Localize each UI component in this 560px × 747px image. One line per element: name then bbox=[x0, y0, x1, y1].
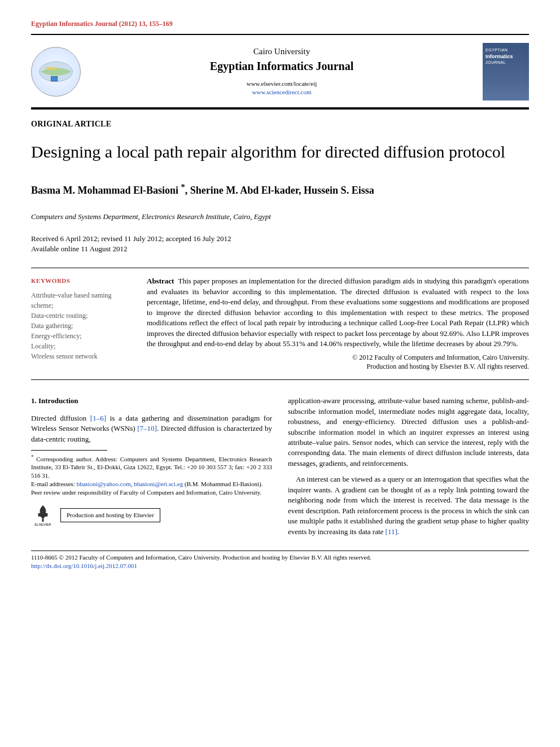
article-dates: Received 6 April 2012; revised 11 July 2… bbox=[31, 234, 529, 254]
copyright-line-1: © 2012 Faculty of Computers and Informat… bbox=[147, 353, 529, 362]
column-left: 1. Introduction Directed diffusion [1–6]… bbox=[31, 396, 272, 543]
cover-line-1: EGYPTIAN bbox=[485, 47, 526, 53]
journal-name: Egyptian Informatics Journal bbox=[91, 60, 473, 73]
intro-paragraph-1-cont: application-aware processing, attribute-… bbox=[288, 396, 529, 469]
copyright-line-2: Production and hosting by Elsevier B.V. … bbox=[147, 362, 529, 372]
masthead: Cairo University Egyptian Informatics Jo… bbox=[31, 37, 529, 105]
ref-link-7-10[interactable]: [7–10] bbox=[137, 424, 157, 433]
elsevier-logo: ELSEVIER bbox=[31, 503, 55, 528]
intro-paragraph-1: Directed diffusion [1–6] is a data gathe… bbox=[31, 413, 272, 444]
issn-line: 1110-8665 © 2012 Faculty of Computers an… bbox=[31, 553, 529, 562]
journal-url-2[interactable]: www.sciencedirect.com bbox=[252, 89, 312, 95]
email-link-1[interactable]: bbasioni@yahoo.com bbox=[77, 480, 131, 487]
globe-icon bbox=[36, 58, 76, 86]
email-note: E-mail addresses: bbasioni@yahoo.com, bb… bbox=[31, 480, 272, 488]
abstract-label: Abstract bbox=[147, 277, 174, 285]
keywords-list: Attribute-value based naming scheme; Dat… bbox=[31, 290, 130, 361]
article-title: Designing a local path repair algorithm … bbox=[31, 141, 529, 163]
text-run: Directed diffusion bbox=[31, 414, 90, 422]
hosting-box: Production and hosting by Elsevier bbox=[60, 508, 160, 522]
ref-link-1-6[interactable]: [1–6] bbox=[90, 414, 106, 422]
section-1-heading: 1. Introduction bbox=[31, 396, 272, 406]
affiliation: Computers and Systems Department, Electr… bbox=[31, 212, 529, 221]
university-name: Cairo University bbox=[91, 47, 473, 56]
text-run: . bbox=[397, 527, 399, 536]
author-post: , Sherine M. Abd El-kader, Hussein S. Ei… bbox=[185, 185, 374, 196]
abstract-block: KEYWORDS Attribute-value based naming sc… bbox=[31, 268, 529, 380]
masthead-center: Cairo University Egyptian Informatics Jo… bbox=[91, 47, 473, 96]
body-columns: 1. Introduction Directed diffusion [1–6]… bbox=[31, 396, 529, 543]
author-pre: Basma M. Mohammad El-Basioni bbox=[31, 185, 181, 196]
column-right: application-aware processing, attribute-… bbox=[288, 396, 529, 543]
running-header: Egyptian Informatics Journal (2012) 13, … bbox=[31, 20, 529, 28]
text-run: (B.M. Mohammad El-Basioni). bbox=[183, 480, 262, 487]
peer-review-note: Peer review under responsibility of Facu… bbox=[31, 488, 272, 497]
elsevier-label: ELSEVIER bbox=[34, 522, 51, 527]
ref-link-11[interactable]: [11] bbox=[386, 527, 397, 536]
dates-line-1: Received 6 April 2012; revised 11 July 2… bbox=[31, 234, 529, 244]
footnotes: * Corresponding author. Address: Compute… bbox=[31, 454, 272, 528]
cover-line-2: Informatics bbox=[485, 54, 526, 60]
rule-top-thin bbox=[31, 34, 529, 35]
copyright-block: © 2012 Faculty of Computers and Informat… bbox=[147, 353, 529, 372]
footnote-separator bbox=[31, 450, 107, 451]
cover-line-3: JOURNAL bbox=[485, 60, 526, 65]
doi-link[interactable]: http://dx.doi.org/10.1016/j.eij.2012.07.… bbox=[31, 562, 137, 569]
journal-cover-thumb: EGYPTIAN Informatics JOURNAL bbox=[483, 43, 529, 101]
corr-star-icon: * bbox=[31, 454, 33, 460]
text-run: Corresponding author. Address: Computers… bbox=[31, 456, 272, 479]
rule-top-thick bbox=[31, 107, 529, 110]
svg-rect-1 bbox=[51, 76, 58, 81]
production-hosting: ELSEVIER Production and hosting by Elsev… bbox=[31, 503, 272, 528]
intro-paragraph-2: An interest can be viewed as a query or … bbox=[288, 474, 529, 537]
article-type: ORIGINAL ARTICLE bbox=[31, 120, 529, 129]
corresponding-author-note: * Corresponding author. Address: Compute… bbox=[31, 454, 272, 480]
bottom-meta: 1110-8665 © 2012 Faculty of Computers an… bbox=[31, 553, 529, 571]
university-logo bbox=[31, 47, 81, 97]
authors: Basma M. Mohammad El-Basioni *, Sherine … bbox=[31, 182, 529, 196]
tree-icon bbox=[34, 504, 51, 522]
abstract-column: Abstract This paper proposes an implemen… bbox=[147, 276, 529, 372]
keywords-heading: KEYWORDS bbox=[31, 276, 130, 286]
bottom-rule bbox=[31, 551, 529, 551]
text-run: An interest can be viewed as a query or … bbox=[288, 475, 529, 535]
text-run: E-mail addresses: bbox=[31, 480, 77, 487]
corr-star-icon: * bbox=[181, 182, 185, 191]
email-link-2[interactable]: bbasioni@eri.sci.eg bbox=[134, 480, 183, 487]
keywords-column: KEYWORDS Attribute-value based naming sc… bbox=[31, 276, 130, 372]
svg-rect-2 bbox=[42, 519, 44, 522]
abstract-text: This paper proposes an implementation fo… bbox=[147, 277, 529, 348]
dates-line-2: Available online 11 August 2012 bbox=[31, 244, 529, 254]
journal-url-1[interactable]: www.elsevier.com/locate/eij bbox=[247, 80, 317, 87]
